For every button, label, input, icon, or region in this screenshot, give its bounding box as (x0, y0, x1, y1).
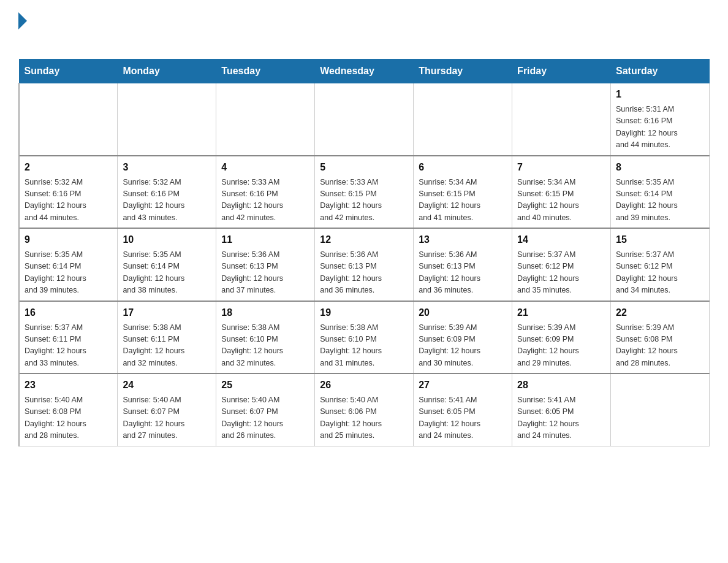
calendar-week-row: 16Sunrise: 5:37 AMSunset: 6:11 PMDayligh… (19, 301, 710, 374)
calendar-day-cell: 4Sunrise: 5:33 AMSunset: 6:16 PMDaylight… (216, 156, 315, 229)
day-info: Sunrise: 5:32 AMSunset: 6:16 PMDaylight:… (123, 177, 211, 224)
logo-arrow-icon (18, 12, 27, 29)
calendar-day-cell (315, 83, 414, 156)
weekday-header-friday: Friday (512, 59, 611, 83)
day-number: 3 (123, 160, 211, 175)
day-info: Sunrise: 5:34 AMSunset: 6:15 PMDaylight:… (517, 177, 605, 224)
calendar-week-row: 9Sunrise: 5:35 AMSunset: 6:14 PMDaylight… (19, 228, 710, 301)
day-number: 4 (221, 160, 309, 175)
weekday-header-wednesday: Wednesday (315, 59, 414, 83)
calendar-table: SundayMondayTuesdayWednesdayThursdayFrid… (18, 59, 710, 446)
day-number: 14 (517, 232, 605, 247)
day-number: 2 (25, 160, 112, 175)
day-number: 25 (221, 378, 309, 393)
day-info: Sunrise: 5:41 AMSunset: 6:05 PMDaylight:… (517, 394, 605, 442)
day-number: 6 (419, 160, 507, 175)
day-info: Sunrise: 5:37 AMSunset: 6:12 PMDaylight:… (616, 249, 704, 297)
calendar-day-cell: 25Sunrise: 5:40 AMSunset: 6:07 PMDayligh… (216, 373, 315, 446)
day-number: 19 (320, 305, 408, 320)
calendar-day-cell (19, 83, 118, 156)
calendar-day-cell: 24Sunrise: 5:40 AMSunset: 6:07 PMDayligh… (118, 373, 216, 446)
calendar-day-cell: 8Sunrise: 5:35 AMSunset: 6:14 PMDaylight… (611, 156, 710, 229)
day-info: Sunrise: 5:35 AMSunset: 6:14 PMDaylight:… (123, 249, 211, 297)
day-number: 22 (616, 305, 704, 320)
day-info: Sunrise: 5:41 AMSunset: 6:05 PMDaylight:… (419, 394, 507, 442)
day-number: 12 (320, 232, 408, 247)
day-number: 27 (419, 378, 507, 393)
calendar-day-cell: 15Sunrise: 5:37 AMSunset: 6:12 PMDayligh… (611, 228, 710, 301)
day-info: Sunrise: 5:36 AMSunset: 6:13 PMDaylight:… (221, 249, 309, 297)
day-number: 13 (419, 232, 507, 247)
day-info: Sunrise: 5:34 AMSunset: 6:15 PMDaylight:… (419, 177, 507, 224)
day-number: 23 (25, 378, 112, 393)
calendar-day-cell: 1Sunrise: 5:31 AMSunset: 6:16 PMDaylight… (611, 83, 710, 156)
day-number: 5 (320, 160, 408, 175)
calendar-day-cell: 10Sunrise: 5:35 AMSunset: 6:14 PMDayligh… (118, 228, 216, 301)
day-number: 1 (616, 87, 704, 102)
day-number: 9 (25, 232, 112, 247)
calendar-day-cell: 27Sunrise: 5:41 AMSunset: 6:05 PMDayligh… (414, 373, 512, 446)
calendar-week-row: 1Sunrise: 5:31 AMSunset: 6:16 PMDaylight… (19, 83, 710, 156)
day-info: Sunrise: 5:38 AMSunset: 6:11 PMDaylight:… (123, 322, 211, 370)
day-info: Sunrise: 5:36 AMSunset: 6:13 PMDaylight:… (320, 249, 408, 297)
day-info: Sunrise: 5:31 AMSunset: 6:16 PMDaylight:… (616, 104, 704, 151)
weekday-header-saturday: Saturday (611, 59, 710, 83)
calendar-day-cell: 11Sunrise: 5:36 AMSunset: 6:13 PMDayligh… (216, 228, 315, 301)
day-info: Sunrise: 5:39 AMSunset: 6:09 PMDaylight:… (517, 322, 605, 370)
day-number: 20 (419, 305, 507, 320)
calendar-day-cell: 19Sunrise: 5:38 AMSunset: 6:10 PMDayligh… (315, 301, 414, 374)
day-number: 15 (616, 232, 704, 247)
calendar-day-cell: 14Sunrise: 5:37 AMSunset: 6:12 PMDayligh… (512, 228, 611, 301)
logo (18, 12, 27, 53)
page-header (18, 12, 710, 53)
day-info: Sunrise: 5:40 AMSunset: 6:07 PMDaylight:… (123, 394, 211, 442)
day-number: 24 (123, 378, 211, 393)
calendar-day-cell: 5Sunrise: 5:33 AMSunset: 6:15 PMDaylight… (315, 156, 414, 229)
day-info: Sunrise: 5:32 AMSunset: 6:16 PMDaylight:… (25, 177, 112, 224)
calendar-day-cell: 6Sunrise: 5:34 AMSunset: 6:15 PMDaylight… (414, 156, 512, 229)
calendar-day-cell (611, 373, 710, 446)
calendar-day-cell: 9Sunrise: 5:35 AMSunset: 6:14 PMDaylight… (19, 228, 118, 301)
day-number: 8 (616, 160, 704, 175)
calendar-week-row: 2Sunrise: 5:32 AMSunset: 6:16 PMDaylight… (19, 156, 710, 229)
calendar-day-cell (118, 83, 216, 156)
calendar-day-cell: 26Sunrise: 5:40 AMSunset: 6:06 PMDayligh… (315, 373, 414, 446)
day-info: Sunrise: 5:40 AMSunset: 6:07 PMDaylight:… (221, 394, 309, 442)
calendar-day-cell: 16Sunrise: 5:37 AMSunset: 6:11 PMDayligh… (19, 301, 118, 374)
weekday-header-thursday: Thursday (414, 59, 512, 83)
day-info: Sunrise: 5:37 AMSunset: 6:12 PMDaylight:… (517, 249, 605, 297)
day-info: Sunrise: 5:40 AMSunset: 6:08 PMDaylight:… (25, 394, 112, 442)
calendar-day-cell: 21Sunrise: 5:39 AMSunset: 6:09 PMDayligh… (512, 301, 611, 374)
day-info: Sunrise: 5:39 AMSunset: 6:08 PMDaylight:… (616, 322, 704, 370)
day-number: 26 (320, 378, 408, 393)
day-info: Sunrise: 5:36 AMSunset: 6:13 PMDaylight:… (419, 249, 507, 297)
calendar-week-row: 23Sunrise: 5:40 AMSunset: 6:08 PMDayligh… (19, 373, 710, 446)
calendar-day-cell: 12Sunrise: 5:36 AMSunset: 6:13 PMDayligh… (315, 228, 414, 301)
day-info: Sunrise: 5:40 AMSunset: 6:06 PMDaylight:… (320, 394, 408, 442)
day-info: Sunrise: 5:37 AMSunset: 6:11 PMDaylight:… (25, 322, 112, 370)
calendar-day-cell: 23Sunrise: 5:40 AMSunset: 6:08 PMDayligh… (19, 373, 118, 446)
weekday-header-monday: Monday (118, 59, 216, 83)
calendar-day-cell: 13Sunrise: 5:36 AMSunset: 6:13 PMDayligh… (414, 228, 512, 301)
day-number: 18 (221, 305, 309, 320)
day-number: 7 (517, 160, 605, 175)
day-info: Sunrise: 5:38 AMSunset: 6:10 PMDaylight:… (221, 322, 309, 370)
weekday-header-row: SundayMondayTuesdayWednesdayThursdayFrid… (19, 59, 710, 83)
day-info: Sunrise: 5:35 AMSunset: 6:14 PMDaylight:… (616, 177, 704, 224)
calendar-day-cell: 3Sunrise: 5:32 AMSunset: 6:16 PMDaylight… (118, 156, 216, 229)
day-number: 10 (123, 232, 211, 247)
day-number: 17 (123, 305, 211, 320)
calendar-day-cell: 28Sunrise: 5:41 AMSunset: 6:05 PMDayligh… (512, 373, 611, 446)
calendar-day-cell: 22Sunrise: 5:39 AMSunset: 6:08 PMDayligh… (611, 301, 710, 374)
weekday-header-sunday: Sunday (19, 59, 118, 83)
day-number: 11 (221, 232, 309, 247)
calendar-day-cell (414, 83, 512, 156)
calendar-day-cell: 20Sunrise: 5:39 AMSunset: 6:09 PMDayligh… (414, 301, 512, 374)
calendar-day-cell: 7Sunrise: 5:34 AMSunset: 6:15 PMDaylight… (512, 156, 611, 229)
calendar-day-cell: 2Sunrise: 5:32 AMSunset: 6:16 PMDaylight… (19, 156, 118, 229)
day-info: Sunrise: 5:39 AMSunset: 6:09 PMDaylight:… (419, 322, 507, 370)
day-info: Sunrise: 5:33 AMSunset: 6:15 PMDaylight:… (320, 177, 408, 224)
day-number: 16 (25, 305, 112, 320)
weekday-header-tuesday: Tuesday (216, 59, 315, 83)
calendar-day-cell: 18Sunrise: 5:38 AMSunset: 6:10 PMDayligh… (216, 301, 315, 374)
